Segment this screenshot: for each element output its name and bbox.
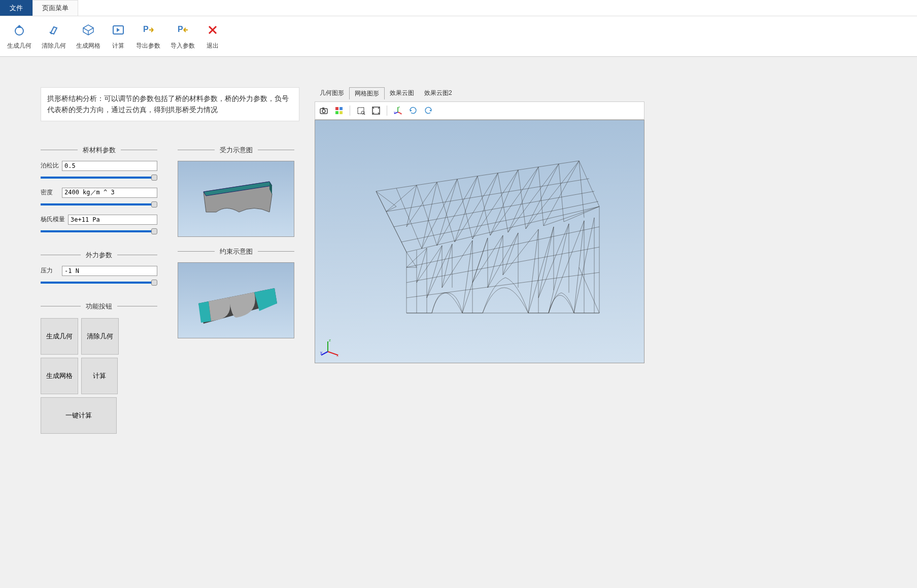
toolbar-gen-mesh[interactable]: 生成网格 [71, 20, 106, 52]
zoom-window-icon[interactable] [354, 104, 367, 117]
btn-one-click[interactable]: 一键计算 [41, 397, 117, 434]
pressure-input[interactable] [62, 266, 157, 276]
svg-rect-10 [339, 111, 343, 114]
section-material: 桥材料参数 [41, 146, 157, 155]
svg-point-0 [15, 27, 23, 35]
section-force: 外力参数 [41, 251, 157, 260]
toolbar-label: 生成几何 [7, 42, 31, 50]
btn-gen-mesh[interactable]: 生成网格 [41, 358, 78, 394]
zoom-extent-icon[interactable] [369, 104, 383, 117]
viewer-tab-cloud1[interactable]: 效果云图 [385, 87, 419, 99]
youngs-slider[interactable] [41, 230, 157, 232]
mesh-icon [81, 22, 96, 38]
svg-text:x: x [336, 353, 338, 358]
axis-icon[interactable]: zxy [391, 104, 404, 117]
viewer-tab-cloud2[interactable]: 效果云图2 [419, 87, 457, 99]
svg-text:z: z [398, 106, 400, 109]
clear-geometry-icon [46, 22, 61, 38]
svg-line-13 [364, 114, 365, 115]
viewport-3d[interactable]: z x y [315, 120, 644, 363]
rotate-cw-icon[interactable] [406, 104, 420, 117]
diagrams-column: 受力示意图 约束示意图 [178, 136, 294, 434]
toolbar-compute[interactable]: 计算 [106, 20, 131, 52]
svg-rect-9 [335, 111, 338, 114]
btn-clear-geometry[interactable]: 清除几何 [81, 318, 119, 355]
viewer-tab-geometry[interactable]: 几何图形 [315, 87, 349, 99]
toolbar-label: 清除几何 [42, 42, 66, 50]
viewer-tabs: 几何图形 网格图形 效果云图 效果云图2 [315, 87, 644, 99]
svg-text:z: z [329, 338, 331, 342]
pressure-label: 压力 [41, 266, 59, 275]
svg-point-5 [322, 110, 325, 113]
svg-text:y: y [394, 111, 395, 114]
toolbar-gen-geometry[interactable]: 生成几何 [2, 20, 37, 52]
svg-rect-11 [358, 108, 364, 114]
section-force-diagram: 受力示意图 [178, 146, 294, 155]
svg-rect-8 [339, 107, 343, 110]
youngs-label: 杨氏模量 [41, 215, 65, 224]
toolbar-clear-geometry[interactable]: 清除几何 [37, 20, 71, 52]
youngs-input[interactable] [68, 215, 157, 225]
density-slider[interactable] [41, 203, 157, 205]
section-functions: 功能按钮 [41, 302, 157, 311]
menu-tab-page[interactable]: 页面菜单 [32, 0, 78, 16]
params-column: 桥材料参数 泊松比 密度 杨氏模量 [41, 136, 157, 434]
toolbar-label: 导出参数 [136, 42, 160, 50]
axis-gizmo: z x y [320, 337, 341, 358]
poisson-input[interactable] [62, 161, 157, 171]
rotate-ccw-icon[interactable] [422, 104, 435, 117]
left-panel: 拱形桥结构分析：可以调节的参数包括了桥的材料参数，桥的外力参数，负号代表桥的受力… [41, 87, 299, 434]
exit-icon [205, 22, 220, 38]
workspace: 拱形桥结构分析：可以调节的参数包括了桥的材料参数，桥的外力参数，负号代表桥的受力… [0, 57, 917, 444]
select-mode-icon[interactable] [332, 104, 346, 117]
svg-text:P: P [143, 25, 149, 33]
btn-compute[interactable]: 计算 [81, 358, 118, 394]
export-params-icon: P [141, 22, 156, 38]
toolbar-label: 退出 [207, 42, 219, 50]
pressure-slider[interactable] [41, 282, 157, 284]
constraint-diagram-preview [178, 262, 294, 338]
svg-text:y: y [320, 350, 322, 355]
camera-icon[interactable] [317, 104, 330, 117]
svg-text:P: P [178, 25, 183, 33]
geometry-icon [12, 22, 27, 38]
poisson-slider[interactable] [41, 177, 157, 179]
force-diagram-preview [178, 161, 294, 237]
toolbar-import-params[interactable]: P 导入参数 [165, 20, 200, 52]
right-panel: 几何图形 网格图形 效果云图 效果云图2 zxy [315, 87, 644, 434]
svg-rect-6 [322, 108, 324, 109]
toolbar-label: 生成网格 [76, 42, 100, 50]
description-box: 拱形桥结构分析：可以调节的参数包括了桥的材料参数，桥的外力参数，负号代表桥的受力… [41, 87, 299, 121]
menu-tab-file[interactable]: 文件 [0, 0, 32, 16]
viewer-tab-mesh[interactable]: 网格图形 [349, 87, 385, 99]
toolbar-label: 导入参数 [171, 42, 195, 50]
svg-rect-7 [335, 107, 338, 110]
density-input[interactable] [62, 188, 157, 198]
density-label: 密度 [41, 188, 59, 197]
toolbar-exit[interactable]: 退出 [200, 20, 225, 52]
toolbar-label: 计算 [112, 42, 124, 50]
menu-tabs: 文件 页面菜单 [0, 0, 917, 16]
svg-text:x: x [400, 112, 402, 115]
ribbon-toolbar: 生成几何 清除几何 生成网格 计算 P 导出参数 P 导入参数 退出 [0, 16, 917, 57]
import-params-icon: P [175, 22, 190, 38]
btn-gen-geometry[interactable]: 生成几何 [41, 318, 78, 355]
poisson-label: 泊松比 [41, 161, 59, 170]
compute-icon [111, 22, 126, 38]
section-constraint-diagram: 约束示意图 [178, 247, 294, 256]
toolbar-export-params[interactable]: P 导出参数 [131, 20, 165, 52]
viewer-toolbar: zxy [315, 101, 644, 120]
